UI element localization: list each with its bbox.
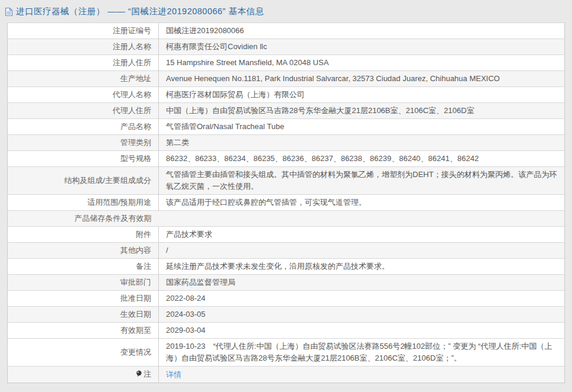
page: { "header": { "icon": "document-icon", "… (0, 0, 572, 392)
row-value: 2019-10-23 “代理人住所:中国（上海）自由贸易试验区法赛路556号2幢… (159, 339, 565, 367)
row-label: 审批部门 (8, 275, 159, 291)
row-label: 产品储存条件及有效期 (8, 211, 159, 227)
table-row: 附件产品技术要求 (8, 227, 565, 243)
row-value: 柯惠医疗器材国际贸易（上海）有限公司 (159, 87, 565, 103)
row-value: Avenue Henequen No.1181, Park Industrial… (159, 71, 565, 87)
table-row: 代理人名称柯惠医疗器材国际贸易（上海）有限公司 (8, 87, 565, 103)
row-value: 2029-03-04 (159, 323, 565, 339)
table-row: 结构及组成/主要组成成分气管插管主要由插管和接头组成。其中插管的材料为聚氯乙烯，… (8, 167, 565, 195)
table-row: 注册人名称柯惠有限责任公司Covidien llc (8, 39, 565, 55)
page-title: 进口医疗器械（注册） —— “国械注进20192080066” 基本信息 (16, 6, 264, 17)
page-header: 进口医疗器械（注册） —— “国械注进20192080066” 基本信息 (0, 0, 572, 23)
table-row: 代理人住所中国（上海）自由贸易试验区马吉路28号东华金融大厦21层2106B室、… (8, 103, 565, 119)
row-label: 注册人名称 (8, 39, 159, 55)
row-label: 备注 (8, 259, 159, 275)
row-value: 2022-08-24 (159, 291, 565, 307)
table-row: 注详情 (8, 367, 565, 383)
row-value: 延续注册产品技术要求未发生变化，沿用原核发的产品技术要求。 (159, 259, 565, 275)
row-value: 国械注进20192080066 (159, 23, 565, 39)
table-row: 产品储存条件及有效期 (8, 211, 565, 227)
row-value (159, 211, 565, 227)
table-row: 批准日期2022-08-24 (8, 291, 565, 307)
table-row: 注册人住所15 Hampshire Street Mansfield, MA 0… (8, 55, 565, 71)
table-row: 有效期至2029-03-04 (8, 323, 565, 339)
row-label: 有效期至 (8, 323, 159, 339)
row-label: 批准日期 (8, 291, 159, 307)
table-row: 备注延续注册产品技术要求未发生变化，沿用原核发的产品技术要求。 (8, 259, 565, 275)
details-link[interactable]: 详情 (166, 370, 181, 379)
row-value: 第二类 (159, 135, 565, 151)
table-row: 生效日期2024-03-05 (8, 307, 565, 323)
row-label: 变更情况 (8, 339, 159, 367)
row-value: 中国（上海）自由贸易试验区马吉路28号东华金融大厦21层2106B室、2106C… (159, 103, 565, 119)
row-label: 适用范围/预期用途 (8, 195, 159, 211)
table-row: 产品名称气管插管Oral/Nasal Tracheal Tube (8, 119, 565, 135)
row-value: 国家药品监督管理局 (159, 275, 565, 291)
row-value: 产品技术要求 (159, 227, 565, 243)
table-row: 生产地址Avenue Henequen No.1181, Park Indust… (8, 71, 565, 87)
row-label: 其他内容 (8, 243, 159, 259)
note-icon (136, 369, 142, 381)
row-label: 注册人住所 (8, 55, 159, 71)
row-value: 15 Hampshire Street Mansfield, MA 02048 … (159, 55, 565, 71)
row-value: 该产品适用于经口腔或鼻腔的气管插管，可实现气道管理。 (159, 195, 565, 211)
row-label: 注 (8, 367, 159, 383)
row-label: 管理类别 (8, 135, 159, 151)
row-value: 2024-03-05 (159, 307, 565, 323)
row-label: 附件 (8, 227, 159, 243)
row-label: 生效日期 (8, 307, 159, 323)
table-row: 注册证编号国械注进20192080066 (8, 23, 565, 39)
row-value: 柯惠有限责任公司Covidien llc (159, 39, 565, 55)
table-row: 适用范围/预期用途该产品适用于经口腔或鼻腔的气管插管，可实现气道管理。 (8, 195, 565, 211)
document-icon (5, 7, 13, 17)
row-value: 详情 (159, 367, 565, 383)
table-row: 管理类别第二类 (8, 135, 565, 151)
table-row: 其他内容/ (8, 243, 565, 259)
row-label: 代理人名称 (8, 87, 159, 103)
row-label: 产品名称 (8, 119, 159, 135)
row-value: 86232、86233、86234、86235、86236、86237、8623… (159, 151, 565, 167)
table-row: 变更情况2019-10-23 “代理人住所:中国（上海）自由贸易试验区法赛路55… (8, 339, 565, 367)
table-row: 型号规格86232、86233、86234、86235、86236、86237、… (8, 151, 565, 167)
row-label: 代理人住所 (8, 103, 159, 119)
registration-info-table: 注册证编号国械注进20192080066注册人名称柯惠有限责任公司Covidie… (7, 23, 565, 383)
row-label: 注册证编号 (8, 23, 159, 39)
row-label: 型号规格 (8, 151, 159, 167)
row-value: / (159, 243, 565, 259)
table-row: 审批部门国家药品监督管理局 (8, 275, 565, 291)
row-value: 气管插管Oral/Nasal Tracheal Tube (159, 119, 565, 135)
row-value: 气管插管主要由插管和接头组成。其中插管的材料为聚氯乙烯，增塑剂为DEHT；接头的… (159, 167, 565, 195)
row-label: 结构及组成/主要组成成分 (8, 167, 159, 195)
row-label: 生产地址 (8, 71, 159, 87)
